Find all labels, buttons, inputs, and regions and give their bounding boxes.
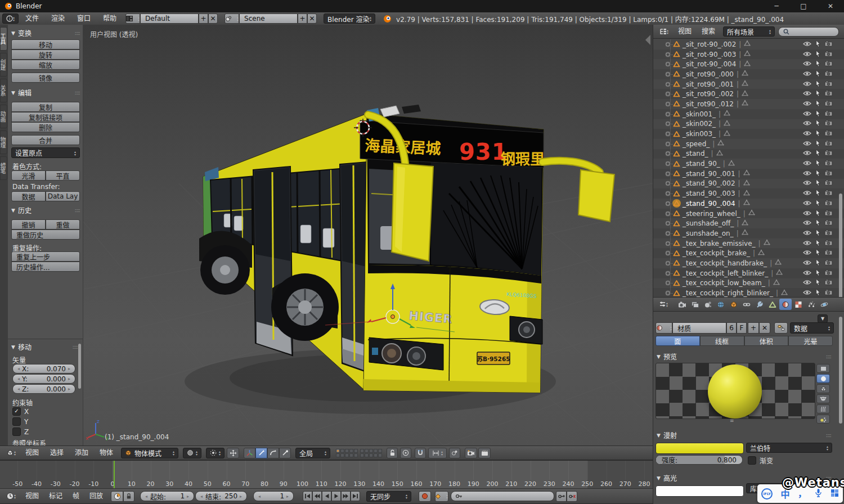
manipulator-axes-button[interactable] [244, 448, 255, 458]
expand-icon[interactable] [665, 200, 671, 207]
menu-render[interactable]: 渲染 [49, 12, 67, 25]
delete-button[interactable]: 删除 [11, 122, 80, 132]
object-name[interactable]: _stand_90_.001 [683, 170, 735, 178]
material-type-surface[interactable]: 面 [656, 336, 700, 346]
visibility-eye-icon[interactable] [803, 40, 811, 48]
tab-material[interactable] [779, 299, 792, 310]
panel-drag-dots-icon[interactable]: :::: [75, 207, 80, 213]
material-nodes-button[interactable] [774, 322, 788, 334]
visibility-eye-icon[interactable] [803, 259, 811, 267]
selectability-cursor-icon[interactable] [815, 119, 820, 128]
selectability-cursor-icon[interactable] [815, 100, 820, 109]
editor-type-outliner-button[interactable]: ▴▾ [656, 26, 672, 37]
outliner-row[interactable]: _sit_rot-90_.002 | [653, 39, 844, 50]
scale-button[interactable]: 缩放 [11, 60, 80, 70]
outliner-row[interactable]: _sit_rot-90_.003 | [653, 50, 844, 60]
increment-arrow-icon[interactable]: ▸ [286, 494, 289, 499]
object-name[interactable]: _skin001_ [683, 110, 716, 118]
selectability-cursor-icon[interactable] [815, 209, 820, 218]
expand-icon[interactable] [665, 220, 671, 227]
object-name[interactable]: _sit_rot-90_.004 [683, 60, 736, 68]
renderability-camera-icon[interactable] [824, 289, 833, 297]
render-animation-button[interactable] [478, 448, 491, 458]
renderability-camera-icon[interactable] [824, 190, 833, 197]
move-button[interactable]: 移动 [11, 39, 80, 50]
outliner-row[interactable]: _tex_brake_emissive_ | [653, 238, 844, 249]
renderability-camera-icon[interactable] [824, 51, 833, 58]
data-transfer-data-button[interactable]: 数据 [11, 191, 46, 201]
proportional-edit-button[interactable] [400, 448, 411, 458]
outliner-row[interactable]: _tex_cockpit_handbrake_ | [653, 258, 844, 268]
tab-world[interactable] [715, 299, 727, 310]
expand-icon[interactable] [665, 120, 671, 127]
timeline-menu-playback[interactable]: 回放 [87, 490, 105, 502]
rotate-button[interactable]: 旋转 [11, 50, 80, 60]
object-name[interactable]: _stand_ [683, 150, 708, 158]
increment-arrow-icon[interactable]: ▸ [68, 376, 70, 381]
renderability-camera-icon[interactable] [824, 259, 833, 267]
visibility-eye-icon[interactable] [803, 100, 811, 108]
close-button[interactable]: ✕ [817, 0, 844, 12]
renderability-camera-icon[interactable] [824, 219, 833, 227]
operator-panel-scrollbar[interactable] [78, 344, 81, 389]
visibility-eye-icon[interactable] [803, 269, 811, 277]
preview-resize-handle[interactable]: ≡ [730, 418, 734, 424]
snap-element-dropdown[interactable]: ▴▾ [428, 448, 447, 458]
tab-create[interactable]: 创建 [0, 53, 7, 76]
editor-type-timeline-button[interactable]: ▴▾ [2, 491, 20, 502]
object-name[interactable]: _sunshade_off_ [683, 219, 734, 227]
diffuse-color-swatch[interactable] [656, 443, 744, 454]
rotate-manipulator-button[interactable] [267, 448, 279, 458]
object-name[interactable]: _sit_rot-90_.003 [683, 51, 736, 58]
manipulator-toggle-button[interactable] [227, 448, 239, 458]
transform-orientation-dropdown[interactable]: 全局▴▾ [295, 448, 330, 458]
jump-to-end-button[interactable] [351, 491, 360, 501]
renderability-camera-icon[interactable] [824, 160, 833, 168]
preview-monkey-button[interactable] [816, 394, 830, 403]
outliner-row[interactable]: _skin001_ | [653, 109, 844, 119]
visibility-eye-icon[interactable] [803, 130, 811, 138]
selectability-cursor-icon[interactable] [815, 199, 820, 208]
panel-diffuse-header[interactable]: ▼ 漫射 :::: [657, 430, 831, 440]
snap-toggle-button[interactable] [415, 448, 426, 458]
expand-icon[interactable] [665, 290, 671, 296]
repeat-history-button[interactable]: 历史操作... [11, 262, 80, 272]
keying-set-dropdown[interactable]: ▴▾ [435, 491, 448, 502]
selectability-cursor-icon[interactable] [815, 159, 820, 168]
visibility-eye-icon[interactable] [803, 160, 811, 168]
diffuse-ramp-checkbox[interactable] [748, 456, 756, 465]
sync-mode-dropdown[interactable]: 无同步▴▾ [366, 491, 411, 502]
selectability-cursor-icon[interactable] [815, 269, 820, 278]
editor-type-properties-button[interactable]: ▴▾ [655, 299, 672, 309]
outliner-row[interactable]: _sit_rot90_.012 | [653, 99, 844, 109]
expand-icon[interactable] [665, 130, 671, 137]
renderability-camera-icon[interactable] [824, 170, 833, 178]
tab-render[interactable] [676, 299, 688, 310]
play-button[interactable] [331, 491, 341, 501]
undo-button[interactable]: 撤销 [11, 219, 46, 230]
selectability-cursor-icon[interactable] [815, 278, 820, 287]
delete-keyframe-button[interactable] [567, 491, 577, 502]
tab-object-data[interactable] [766, 299, 779, 310]
outliner-row[interactable]: _steering_wheel_ | [653, 209, 844, 219]
menu-select[interactable]: 选择 [48, 447, 66, 459]
object-name[interactable]: _sit_rot90_.012 [683, 100, 734, 108]
editor-type-info-button[interactable]: i ▴▾ [2, 14, 19, 24]
object-name[interactable]: _steering_wheel_ [683, 210, 740, 218]
decrement-arrow-icon[interactable]: ◂ [258, 494, 261, 499]
maximize-button[interactable]: □ [790, 0, 817, 12]
mirror-button[interactable]: 镜像 [11, 73, 80, 83]
expand-icon[interactable] [665, 141, 671, 147]
expand-icon[interactable] [665, 61, 671, 68]
move-x-field[interactable]: ◂ X: 0.070 ▸ [12, 364, 75, 374]
outliner-row[interactable]: _tex_cockpit_brake_ | [653, 248, 844, 258]
object-name[interactable]: _sit_rot-90_.002 [683, 40, 736, 48]
visibility-eye-icon[interactable] [803, 289, 811, 297]
specular-color-swatch[interactable] [656, 485, 744, 497]
preview-particles-button[interactable] [816, 415, 830, 424]
tab-relations[interactable]: 关系 [0, 79, 7, 102]
object-name[interactable]: _stand_90_.002 [683, 179, 735, 187]
panel-transform-header[interactable]: ▼ 变换 :::: [11, 28, 80, 38]
prev-keyframe-button[interactable] [312, 491, 322, 501]
outliner-row[interactable]: _tex_cockpit_low_beam_ | [653, 278, 844, 289]
